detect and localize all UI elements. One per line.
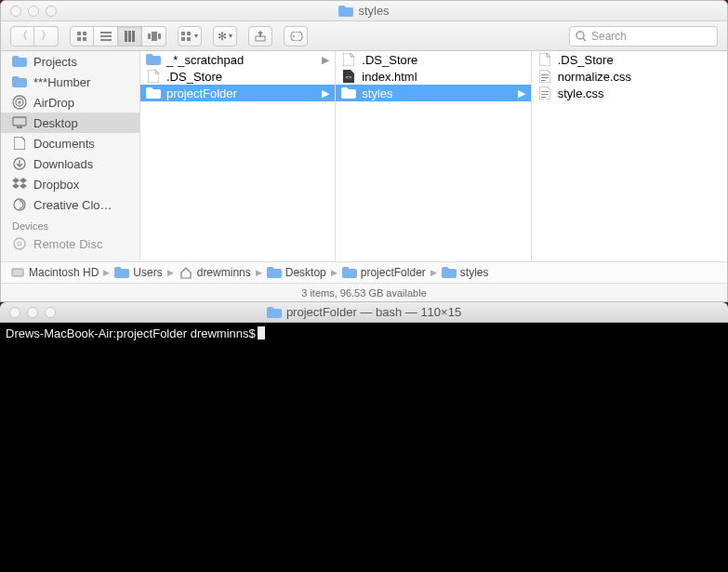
file-row[interactable]: .DS_Store [140,68,335,85]
svg-rect-3 [83,37,86,41]
sidebar-item-label: Remote Disc [33,237,102,251]
svg-rect-13 [181,32,185,35]
path-label: projectFolder [361,266,426,279]
sidebar-item-creative-clo-[interactable]: Creative Clo… [1,194,139,215]
terminal-titlebar[interactable]: projectFolder — bash — 110×15 [0,302,728,323]
path-separator: ▶ [256,268,262,277]
forward-button[interactable]: 〉 [34,26,59,47]
file-row[interactable]: <>index.html [336,68,530,85]
terminal-prompt: Drews-MacBook-Air:projectFolder drewminn… [6,326,256,340]
share-button[interactable] [248,26,272,47]
svg-point-19 [293,35,295,37]
column-1: .DS_Store<>index.htmlstyles▶ [336,51,531,261]
chevron-right-icon: ▶ [518,87,525,100]
svg-rect-7 [125,31,127,42]
sidebar-item-projects[interactable]: Projects [1,51,139,72]
file-icon [146,69,161,84]
coverflow-view-button[interactable] [142,26,166,47]
status-bar: 3 items, 96.53 GB available [1,283,727,301]
finder-sidebar: Projects***HumberAirDropDesktopDocuments… [1,51,140,261]
sidebar-item-label: Dropbox [33,178,79,192]
arrange-button[interactable]: ▾ [178,26,202,47]
file-name: index.html [362,70,417,84]
gear-icon: ✻ [218,30,227,43]
sidebar-item-remote-disc[interactable]: Remote Disc [1,233,139,254]
path-item-desktop[interactable]: Desktop [267,265,326,280]
icon-view-button[interactable] [70,26,94,47]
svg-rect-5 [100,35,112,37]
path-label: styles [460,266,489,279]
svg-rect-25 [13,117,26,126]
sidebar-item-downloads[interactable]: Downloads [1,153,139,174]
svg-rect-15 [181,37,185,41]
list-view-button[interactable] [94,26,118,47]
folder-icon [341,86,356,100]
file-row[interactable]: styles▶ [336,85,530,101]
file-name: normalize.css [558,70,631,84]
css-icon [537,86,552,100]
svg-rect-16 [187,37,191,41]
path-label: Desktop [285,266,326,279]
finder-titlebar[interactable]: styles [1,1,727,21]
sidebar-item-desktop[interactable]: Desktop [1,113,139,133]
finder-toolbar: 〈 〉 ▾ ✻▾ Search [1,21,727,51]
tags-group [284,26,308,47]
sidebar-item--humber[interactable]: ***Humber [1,72,139,92]
search-icon [576,31,587,42]
svg-rect-1 [83,32,86,35]
sidebar-item-airdrop[interactable]: AirDrop [1,92,139,113]
file-row[interactable]: projectFolder▶ [140,85,335,101]
file-row[interactable]: _*_scratchpad▶ [140,51,335,68]
path-label: Macintosh HD [29,266,99,279]
file-name: styles [362,86,392,100]
action-group: ✻▾ [213,26,237,47]
tags-button[interactable] [284,26,308,47]
path-item-users[interactable]: Users [114,265,162,280]
action-button[interactable]: ✻▾ [213,26,237,47]
hd-icon [10,265,25,280]
back-button[interactable]: 〈 [10,26,34,47]
svg-rect-4 [100,32,112,33]
file-name: .DS_Store [362,53,417,67]
svg-point-20 [576,32,584,39]
path-item-projectfolder[interactable]: projectFolder [342,265,426,280]
sidebar-item-dropbox[interactable]: Dropbox [1,174,139,194]
share-icon [255,31,266,42]
dropbox-icon [12,177,27,192]
chevron-right-icon: ▶ [322,87,329,100]
path-label: Users [133,266,162,279]
sidebar-item-documents[interactable]: Documents [1,133,139,153]
sidebar-item-label: AirDrop [33,96,74,110]
file-name: projectFolder [166,86,237,100]
svg-line-21 [583,38,586,41]
cloud-icon [12,197,27,212]
path-item-macintosh-hd[interactable]: Macintosh HD [10,265,99,280]
svg-rect-9 [132,31,135,42]
svg-rect-14 [187,32,191,35]
path-item-drewminns[interactable]: drewminns [179,265,251,280]
svg-rect-36 [541,94,549,95]
svg-rect-34 [541,80,546,81]
path-separator: ▶ [331,268,338,277]
search-field[interactable]: Search [569,26,718,47]
path-separator: ▶ [103,268,110,277]
file-row[interactable]: style.css [532,85,727,101]
svg-rect-37 [541,97,546,98]
folder-icon [267,265,282,280]
svg-rect-8 [128,31,131,42]
svg-point-24 [19,101,21,104]
column-view-button[interactable] [118,26,142,47]
svg-rect-10 [148,33,151,39]
column-0: _*_scratchpad▶.DS_StoreprojectFolder▶ [140,51,336,261]
file-row[interactable]: .DS_Store [336,51,530,68]
terminal-body[interactable]: Drews-MacBook-Air:projectFolder drewminn… [0,323,728,344]
home-icon [179,265,193,280]
file-row[interactable]: .DS_Store [532,51,727,68]
nav-buttons: 〈 〉 [10,26,59,47]
path-item-styles[interactable]: styles [442,265,489,280]
svg-rect-18 [291,32,302,41]
file-name: .DS_Store [558,53,614,67]
file-row[interactable]: normalize.css [532,68,727,85]
window-title: projectFolder — bash — 110×15 [0,305,728,320]
folder-icon [267,305,282,320]
